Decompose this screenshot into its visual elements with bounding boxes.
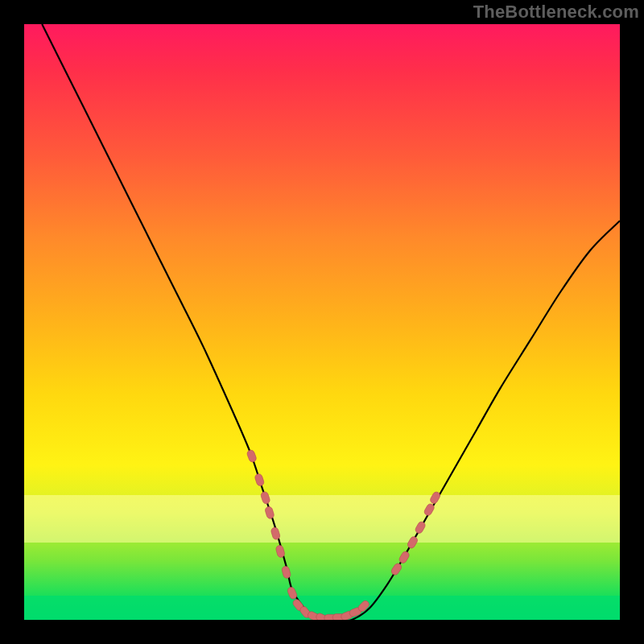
attribution-watermark: TheBottleneck.com [473,2,639,23]
curve-marker [414,521,426,535]
curve-marker [264,506,275,519]
curve-marker [254,473,265,487]
curve-marker [270,526,281,540]
curve-marker [260,491,270,505]
marker-group [246,449,441,620]
curve-marker [281,565,291,579]
bottleneck-curve [42,24,620,620]
chart-frame: TheBottleneck.com [0,0,644,644]
plot-area [24,24,620,620]
curve-marker [407,535,419,549]
curve-marker [246,449,258,463]
curve-marker [390,562,403,576]
curve-marker [429,491,441,505]
curve-marker [275,544,286,558]
chart-svg [24,24,620,620]
